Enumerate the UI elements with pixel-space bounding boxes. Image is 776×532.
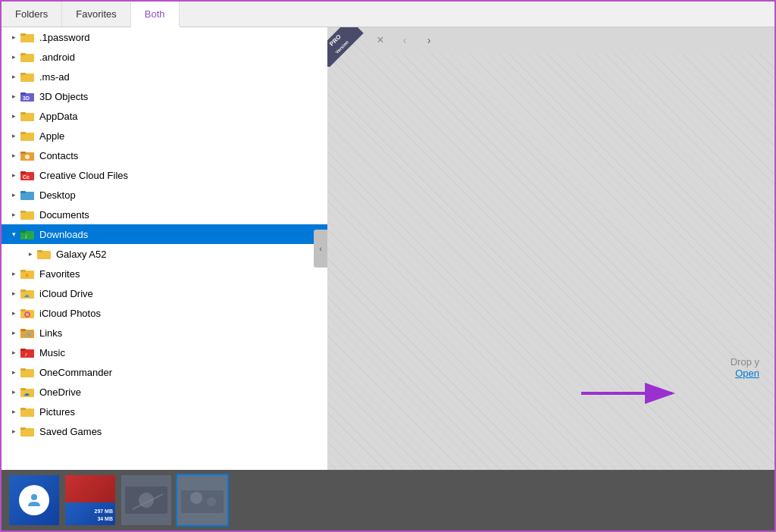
folder-downloads-icon: ↓ — [20, 228, 35, 240]
folder-links-icon: 🔗 — [20, 327, 35, 339]
file-tree-panel: ▸ .1password ▸ .android ▸ — [2, 27, 327, 470]
tree-label: 3D Objects — [39, 91, 88, 102]
svg-text:★: ★ — [24, 272, 30, 279]
tree-item-onecommander[interactable]: ▸ OneCommander — [2, 362, 327, 382]
svg-rect-8 — [20, 92, 26, 95]
svg-rect-21 — [20, 191, 26, 193]
tree-item-savedgames[interactable]: ▸ Saved Games — [2, 421, 327, 441]
thumbnail-4[interactable] — [176, 474, 229, 527]
chevron-right-icon: ▸ — [8, 307, 20, 319]
tree-item-pictures[interactable]: ▸ Pictures — [2, 402, 327, 421]
forward-button[interactable]: › — [420, 31, 438, 49]
folder-icon — [20, 51, 35, 63]
close-button[interactable]: × — [371, 31, 390, 49]
folder-icon — [20, 31, 35, 43]
chevron-right-icon: ▸ — [8, 425, 20, 437]
folder-contacts-icon — [20, 149, 35, 161]
chevron-right-icon: ▸ — [24, 248, 36, 260]
drop-here-text: Drop y — [731, 356, 759, 368]
tree-item-android[interactable]: ▸ .android — [2, 47, 327, 67]
tree-item-contacts[interactable]: ▸ Contacts — [2, 146, 327, 165]
tree-label: Apple — [39, 130, 64, 142]
folder-blue-icon — [20, 189, 35, 201]
tree-label: Links — [39, 327, 62, 339]
folder-onedrive-icon: ☁ — [20, 386, 35, 398]
tree-label: iCloud Photos — [39, 308, 101, 319]
collapse-panel-button[interactable]: ‹ — [314, 230, 327, 268]
tree-item-music[interactable]: ▸ ♪ Music — [2, 343, 327, 362]
tree-label: Favorites — [39, 268, 80, 280]
tree-item-favorites[interactable]: ▸ ★ Favorites — [2, 264, 327, 283]
svg-text:♪: ♪ — [24, 351, 27, 358]
thumbnail-3[interactable] — [120, 474, 173, 527]
back-button[interactable]: ‹ — [396, 31, 414, 49]
chevron-right-icon: ▸ — [8, 70, 20, 83]
tree-item-icloud[interactable]: ▸ ☁ iCloud Drive — [2, 283, 327, 303]
tree-item-icloudphotos[interactable]: ▸ iCloud Photos — [2, 303, 327, 323]
open-link[interactable]: Open — [731, 368, 759, 379]
tree-label: Contacts — [39, 150, 78, 161]
chevron-right-icon: ▸ — [8, 268, 20, 280]
chevron-right-icon: ▸ — [8, 208, 20, 221]
tree-item-ms-ad[interactable]: ▸ .ms-ad — [2, 67, 327, 86]
tree-item-downloads[interactable]: ▾ ↓ Downloads — [2, 224, 327, 244]
svg-text:☁: ☁ — [23, 292, 30, 299]
svg-rect-45 — [20, 368, 26, 371]
tab-both[interactable]: Both — [131, 2, 180, 27]
tree-label: Saved Games — [39, 426, 102, 437]
tree-item-galaxya52[interactable]: ▸ Galaxy A52 — [2, 244, 327, 264]
tab-favorites[interactable]: Favorites — [62, 2, 130, 27]
tree-label: AppData — [39, 111, 78, 122]
folder-cc-icon: Cc — [20, 169, 35, 181]
chevron-right-icon: ▸ — [8, 110, 20, 122]
pro-badge: PRO Version — [327, 27, 367, 67]
pro-badge-label: PRO Version — [327, 27, 364, 67]
svg-rect-4 — [20, 53, 26, 55]
chevron-right-icon: ▸ — [8, 386, 20, 398]
drop-text-area: Drop y Open — [731, 356, 759, 379]
tree-item-1password[interactable]: ▸ .1password — [2, 27, 327, 47]
folder-icon — [20, 366, 35, 378]
thumbnail-2[interactable]: 297 MB34 MB — [64, 474, 117, 527]
folder-icloud-icon: ☁ — [20, 287, 35, 299]
chevron-right-icon: ▸ — [8, 405, 20, 418]
tab-bar: Folders Favorites Both — [2, 2, 774, 27]
tree-label: iCloud Drive — [39, 288, 93, 299]
chevron-right-icon: ▸ — [8, 31, 20, 43]
chevron-right-icon: ▸ — [8, 287, 20, 299]
folder-icon — [36, 248, 52, 260]
tree-item-3dobjects[interactable]: ▸ 3D 3D Objects — [2, 86, 327, 106]
tree-item-creativecloud[interactable]: ▸ Cc Creative Cloud Files — [2, 165, 327, 185]
thumbnail-1[interactable] — [8, 474, 61, 527]
chevron-right-icon: ▸ — [8, 346, 20, 358]
svg-rect-11 — [20, 112, 26, 114]
preview-toolbar: × ‹ › — [365, 27, 774, 53]
tree-item-appdata[interactable]: ▸ AppData — [2, 106, 327, 126]
chevron-right-icon: ▸ — [8, 90, 20, 102]
tree-label: OneDrive — [39, 386, 81, 398]
chevron-right-icon: ▸ — [8, 366, 20, 378]
tree-label: Galaxy A52 — [56, 249, 107, 260]
preview-panel: PRO Version × ‹ › Drop y Open — [327, 27, 774, 470]
folder-3d-icon: 3D — [20, 90, 35, 102]
thumbnail-bar: 297 MB34 MB — [2, 470, 774, 530]
svg-rect-50 — [20, 408, 26, 410]
tree-item-apple[interactable]: ▸ Apple — [2, 126, 327, 146]
folder-photos-icon — [20, 307, 35, 319]
arrow-indicator — [577, 374, 684, 417]
svg-text:3D: 3D — [23, 95, 30, 101]
chevron-right-icon: ▸ — [8, 51, 20, 63]
folder-icon — [20, 70, 35, 83]
tab-folders[interactable]: Folders — [2, 2, 62, 27]
svg-rect-18 — [20, 171, 26, 174]
tree-item-documents[interactable]: ▸ Documents — [2, 205, 327, 224]
tree-item-links[interactable]: ▸ 🔗 Links — [2, 323, 327, 343]
svg-point-16 — [25, 155, 30, 159]
svg-point-63 — [207, 497, 216, 506]
tree-item-desktop[interactable]: ▸ Desktop — [2, 185, 327, 205]
tree-label: Downloads — [39, 229, 88, 240]
file-tree-scroll[interactable]: ▸ .1password ▸ .android ▸ — [2, 27, 327, 470]
tree-item-onedrive[interactable]: ▸ ☁ OneDrive — [2, 382, 327, 402]
svg-point-55 — [31, 494, 37, 500]
folder-icon — [20, 208, 35, 221]
